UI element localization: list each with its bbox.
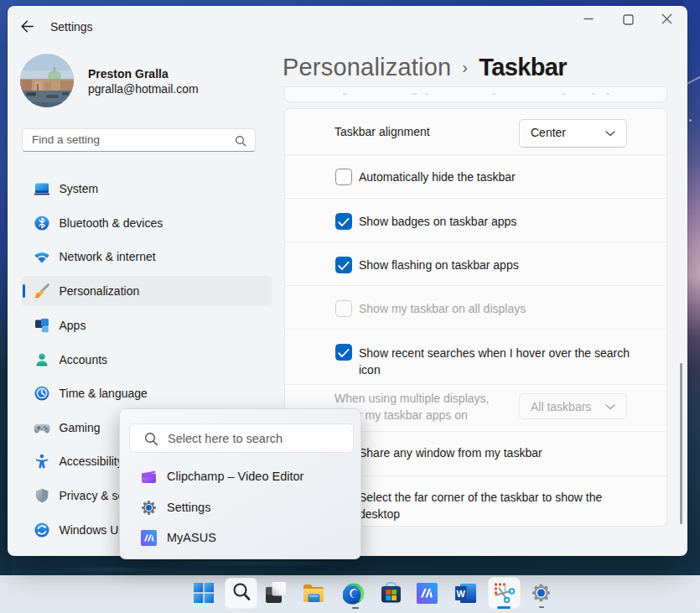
- svg-text:W: W: [457, 589, 466, 599]
